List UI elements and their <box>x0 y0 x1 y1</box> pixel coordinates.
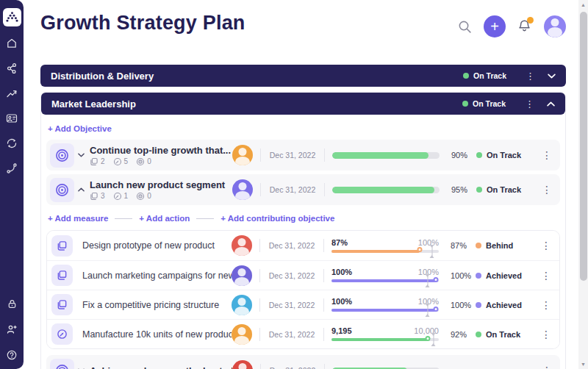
objective-bullseye-icon <box>55 148 69 162</box>
slider-track[interactable] <box>331 279 439 282</box>
objective-row[interactable]: Continue top-line growth that... 2 5 0 D… <box>46 140 560 171</box>
topbar-actions: + <box>457 15 566 37</box>
objective-row[interactable]: Achieve rank among the best places ... D… <box>46 355 560 369</box>
owner-avatar[interactable] <box>232 324 252 345</box>
progress-percent: 100% <box>442 271 476 280</box>
journey-icon[interactable] <box>5 162 18 175</box>
measure-row[interactable]: Manufacture 10k units of new product... … <box>47 319 559 348</box>
action-row[interactable]: Fix a competitive pricing structure Dec … <box>47 290 559 319</box>
owner-avatar[interactable] <box>232 295 252 315</box>
slider-fill <box>331 309 436 312</box>
scrollbar-thumb[interactable] <box>580 12 587 281</box>
owner-avatar[interactable] <box>232 235 252 256</box>
owner-avatar[interactable] <box>232 265 252 286</box>
target-marker-icon <box>428 275 429 287</box>
kebab-menu-icon[interactable]: ⋮ <box>539 299 553 311</box>
kebab-menu-icon[interactable]: ⋮ <box>539 184 554 196</box>
scroll-down-icon[interactable]: ▼ <box>578 362 588 367</box>
add-action-link[interactable]: + Add action <box>139 214 190 223</box>
slider-fill <box>331 338 428 341</box>
dash-divider <box>196 218 214 219</box>
section-status-badge: On Track <box>463 71 506 80</box>
target-marker-icon <box>432 246 433 257</box>
objectives-count-icon <box>136 192 145 201</box>
section-header-market[interactable]: Market Leadership On Track ⋮ <box>41 93 565 115</box>
divider <box>259 269 260 282</box>
divider <box>259 239 260 252</box>
slider-knob[interactable] <box>433 277 438 282</box>
measure-icon-box <box>51 323 73 345</box>
sidebar <box>0 0 24 369</box>
kebab-menu-icon[interactable]: ⋮ <box>525 98 532 110</box>
chevron-up-icon[interactable] <box>547 101 555 107</box>
add-user-icon[interactable] <box>5 323 18 336</box>
measures-count-icon <box>113 157 122 166</box>
due-date: Dec 31, 2022 <box>268 185 317 194</box>
progress-percent: 90% <box>442 151 476 160</box>
status-badge: Behind <box>476 241 539 250</box>
slider-knob[interactable] <box>433 307 438 312</box>
objective-counts: 3 1 0 <box>90 192 232 201</box>
objective-bullseye-icon <box>55 183 69 197</box>
trend-up-icon[interactable] <box>5 87 18 100</box>
home-icon[interactable] <box>5 37 18 50</box>
hierarchy-icon[interactable] <box>5 62 18 75</box>
app-logo[interactable] <box>3 8 21 26</box>
add-measure-link[interactable]: + Add measure <box>48 214 108 223</box>
owner-avatar[interactable] <box>232 360 253 369</box>
kebab-menu-icon[interactable]: ⋮ <box>526 71 533 82</box>
profile-avatar[interactable] <box>544 15 566 37</box>
chevron-up-icon[interactable] <box>78 187 85 192</box>
divider <box>323 239 324 252</box>
current-value: 100% <box>331 298 352 306</box>
owner-avatar[interactable] <box>232 179 253 200</box>
kebab-menu-icon[interactable]: ⋮ <box>539 365 554 369</box>
sync-icon[interactable] <box>5 137 18 150</box>
due-date: Dec 31, 2022 <box>268 241 316 250</box>
objective-main: Launch new product segment 3 1 0 <box>90 179 232 201</box>
status-badge: On Track <box>476 151 539 160</box>
kebab-menu-icon[interactable]: ⋮ <box>539 329 553 340</box>
scrollbar[interactable]: ▲ ▼ <box>578 0 588 369</box>
kebab-menu-icon[interactable]: ⋮ <box>539 240 553 251</box>
notifications-bell-icon[interactable] <box>517 18 533 35</box>
scroll-up-icon[interactable]: ▲ <box>578 2 588 7</box>
progress-slider: 100% 100% <box>331 298 442 312</box>
action-pages-icon <box>57 240 68 251</box>
add-button[interactable]: + <box>484 15 506 37</box>
dash-divider <box>115 218 132 219</box>
section-title: Distribution & Delivery <box>51 71 463 82</box>
progress-fill <box>332 152 429 159</box>
chevron-down-icon[interactable] <box>548 74 556 79</box>
section-title: Market Leadership <box>51 98 462 110</box>
action-icon-box <box>51 235 73 257</box>
lock-icon[interactable] <box>5 297 18 310</box>
progress-percent: 92% <box>442 330 476 339</box>
chevron-down-icon[interactable] <box>78 153 85 157</box>
action-title: Launch marketing campaigns for new... <box>82 271 232 281</box>
progress-slider: 87% 100% <box>331 239 442 253</box>
slider-knob[interactable] <box>426 336 431 341</box>
objective-main: Continue top-line growth that... 2 5 0 <box>90 145 232 166</box>
slider-track[interactable] <box>331 250 439 253</box>
status-dot <box>476 332 481 337</box>
meeting-icon[interactable] <box>5 112 18 125</box>
action-icon-box <box>51 294 73 315</box>
slider-track[interactable] <box>331 338 439 341</box>
objective-row[interactable]: Launch new product segment 3 1 0 Dec 31,… <box>46 174 560 205</box>
kebab-menu-icon[interactable]: ⋮ <box>539 149 554 161</box>
progress-bar <box>332 187 442 193</box>
section-header-distribution[interactable]: Distribution & Delivery On Track ⋮ <box>40 65 566 87</box>
add-objective-link[interactable]: + Add Objective <box>48 124 112 133</box>
add-contributing-objective-link[interactable]: + Add contributing objective <box>220 214 334 223</box>
help-icon[interactable] <box>5 348 18 362</box>
search-icon[interactable] <box>457 19 473 35</box>
objective-title: Launch new product segment <box>90 179 232 190</box>
slider-track[interactable] <box>331 309 439 312</box>
slider-knob[interactable] <box>417 247 422 252</box>
action-row[interactable]: Launch marketing campaigns for new... De… <box>47 260 559 290</box>
owner-avatar[interactable] <box>232 145 253 165</box>
status-dot <box>476 187 482 193</box>
action-row[interactable]: Design prototype of new product Dec 31, … <box>47 231 559 260</box>
kebab-menu-icon[interactable]: ⋮ <box>539 270 553 282</box>
